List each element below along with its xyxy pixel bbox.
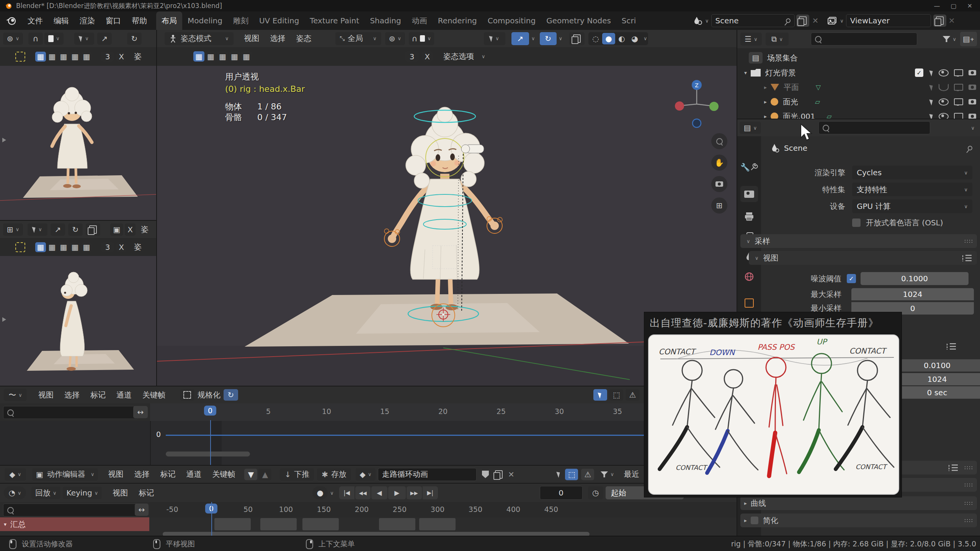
drag-handle-icon[interactable]: [964, 518, 973, 523]
proportional-edit-button[interactable]: ∨: [484, 32, 505, 45]
keying-dropdown[interactable]: Keying∨: [63, 487, 102, 499]
expand-width-button[interactable]: ↔: [135, 504, 149, 516]
select-mode-intersect-button[interactable]: ▦: [241, 51, 252, 62]
pose-options-truncated[interactable]: 姿: [129, 242, 147, 252]
drag-handle-icon[interactable]: [964, 501, 973, 505]
orientation-dropdown[interactable]: ⤡ 全局 ∨: [335, 32, 381, 45]
editor-type-button[interactable]: ⊚∨: [3, 33, 23, 45]
graph-scrollbar[interactable]: [166, 452, 250, 456]
new-collection-button[interactable]: ▤+: [960, 32, 977, 46]
menu-marker[interactable]: 标记: [85, 390, 111, 400]
camera-view-button[interactable]: [711, 176, 727, 192]
curves-section-header[interactable]: ▸ 曲线: [740, 496, 977, 510]
selectable-icon[interactable]: [929, 113, 934, 119]
only-selected-button[interactable]: [593, 389, 607, 401]
snap-toggle-button[interactable]: ↗: [511, 32, 529, 45]
overlays-button[interactable]: [569, 32, 585, 45]
menu-channel[interactable]: 通道: [181, 469, 207, 479]
disclosure-icon[interactable]: ▸: [764, 113, 767, 119]
summary-channel[interactable]: ▾ 汇总: [0, 517, 149, 531]
selectable-icon[interactable]: [929, 98, 934, 106]
tab-rendering[interactable]: Rendering: [433, 16, 482, 25]
viewlayer-unlink-button[interactable]: ✕: [946, 16, 957, 25]
tab-object[interactable]: [740, 295, 758, 311]
preset-icon[interactable]: [949, 464, 958, 471]
selectable-icon[interactable]: [929, 69, 934, 77]
properties-options-icon[interactable]: ∨: [971, 125, 975, 131]
filter-icon[interactable]: [600, 471, 608, 478]
zoom-button[interactable]: [711, 133, 727, 149]
device-dropdown[interactable]: GPU 计算∨: [852, 199, 972, 213]
select-mode-extend-button[interactable]: ▦: [47, 52, 57, 62]
hide-channels-button[interactable]: ⬚: [565, 469, 578, 480]
pose-options-dropdown[interactable]: 姿态选项: [438, 51, 479, 62]
pose-options-truncated[interactable]: 姿: [136, 224, 154, 235]
pose-options-truncated[interactable]: 姿: [129, 51, 147, 62]
drag-handle-icon[interactable]: [964, 239, 973, 243]
ortho-toggle-button[interactable]: ⊞: [711, 197, 727, 214]
tab-tool[interactable]: 🔧: [740, 159, 758, 175]
preset-icon[interactable]: [947, 343, 956, 350]
fake-user-icon[interactable]: [482, 471, 489, 478]
graph-current-frame-badge[interactable]: 0: [204, 406, 216, 416]
blender-menu-logo-icon[interactable]: [5, 16, 17, 26]
move-gizmo-button[interactable]: ↗: [51, 223, 65, 236]
pin-icon[interactable]: [785, 18, 791, 24]
jump-end-button[interactable]: ▶|: [423, 486, 438, 499]
tab-texture-paint[interactable]: Texture Paint: [304, 16, 364, 25]
graph-content[interactable]: 0: [0, 421, 737, 465]
select-mode-subtract-button[interactable]: ▦: [58, 52, 69, 62]
graph-channel-region[interactable]: [0, 421, 151, 465]
mirror-x-button[interactable]: X: [125, 223, 136, 236]
menu-edit[interactable]: 编辑: [48, 16, 74, 26]
falloff-button[interactable]: 3: [405, 51, 419, 62]
play-button[interactable]: ▶: [388, 486, 406, 499]
render-disable-icon[interactable]: [969, 114, 976, 119]
expand-width-button[interactable]: ↔: [133, 406, 148, 418]
viewlayer-copy-button[interactable]: [933, 15, 946, 27]
action-unlink-button[interactable]: ✕: [506, 470, 517, 479]
properties-editor-type-button[interactable]: ▤∨: [740, 122, 761, 134]
hide-icon[interactable]: [939, 84, 949, 91]
max-samples-field[interactable]: 1024: [851, 288, 974, 300]
render-disable-icon[interactable]: [969, 99, 976, 104]
menu-view[interactable]: 视图: [33, 390, 59, 400]
menu-pose[interactable]: 姿态: [291, 33, 317, 44]
viewport-disable-icon[interactable]: [954, 84, 963, 91]
menu-select[interactable]: 选择: [129, 469, 155, 479]
properties-search-input[interactable]: [818, 121, 930, 134]
move-up-button[interactable]: ▲: [258, 469, 271, 480]
outliner-search-input[interactable]: [811, 33, 917, 46]
snap-magnet-button[interactable]: ∩: [28, 33, 43, 45]
menu-select[interactable]: 选择: [59, 390, 85, 400]
menu-render[interactable]: 渲染: [74, 16, 100, 26]
osl-checkbox[interactable]: ✓: [852, 218, 861, 227]
tab-compositing[interactable]: Compositing: [482, 16, 541, 25]
only-selected-icon[interactable]: [557, 471, 562, 478]
viewlayer-name-field[interactable]: ViewLayer: [846, 14, 931, 27]
pivot-point-button[interactable]: ⊚∨: [385, 32, 405, 45]
tab-shading[interactable]: Shading: [364, 16, 406, 25]
axis-gizmo[interactable]: Z: [669, 77, 724, 132]
select-mode-new-button[interactable]: ▦: [193, 51, 204, 62]
use-preview-range-button[interactable]: ◷: [588, 486, 603, 499]
tab-world[interactable]: [740, 269, 758, 285]
selectable-icon[interactable]: [929, 84, 934, 91]
sampling-section-header[interactable]: ∨ 采样: [740, 234, 977, 248]
tab-modeling[interactable]: Modeling: [182, 16, 228, 25]
render-disable-icon[interactable]: [969, 70, 976, 75]
menu-marker[interactable]: 标记: [133, 488, 159, 498]
drag-handle-icon[interactable]: [964, 466, 973, 470]
viewport-disable-icon[interactable]: [954, 98, 963, 105]
close-button[interactable]: ✕: [962, 2, 978, 10]
noise-threshold-field[interactable]: 0.1000: [861, 272, 969, 285]
mirror-x-button[interactable]: X: [422, 51, 433, 62]
select-mode-new-button[interactable]: ▦: [35, 52, 46, 62]
disclosure-icon[interactable]: ▸: [764, 99, 767, 105]
select-mode-extend-button[interactable]: ▦: [205, 51, 216, 62]
mode-dropdown[interactable]: 姿态模式 ∨: [165, 32, 234, 45]
collection-checkbox[interactable]: ✓: [915, 68, 923, 77]
select-mode-subtract-button[interactable]: ▦: [217, 51, 228, 62]
tab-sculpt[interactable]: 雕刻: [228, 16, 254, 26]
select-mode-invert-button[interactable]: ▦: [70, 242, 80, 252]
